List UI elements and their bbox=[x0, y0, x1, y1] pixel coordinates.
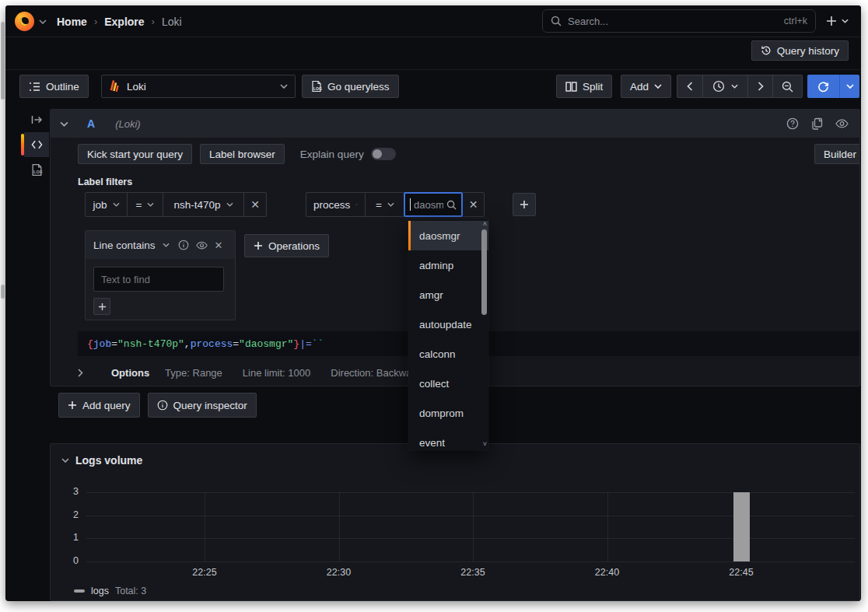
svg-text:LOG: LOG bbox=[313, 86, 322, 91]
operations-label: Operations bbox=[268, 240, 320, 252]
add-label-filter-button[interactable] bbox=[513, 193, 536, 216]
query-inspector-button[interactable]: Query inspector bbox=[148, 393, 257, 418]
add-operations-button[interactable]: Operations bbox=[244, 234, 329, 257]
x-axis-tick-label: 22:35 bbox=[450, 567, 496, 578]
time-forward-button[interactable] bbox=[748, 75, 773, 98]
dropdown-option[interactable]: adminp bbox=[408, 250, 488, 280]
time-range-button[interactable] bbox=[703, 75, 748, 98]
refresh-button[interactable] bbox=[807, 75, 839, 98]
search-shortcut: ctrl+k bbox=[784, 16, 807, 26]
outline-icon bbox=[29, 82, 40, 92]
options-label[interactable]: Options bbox=[111, 367, 149, 379]
dropdown-scrollbar-thumb[interactable] bbox=[481, 229, 487, 315]
split-button[interactable]: Split bbox=[556, 75, 612, 98]
datasource-picker[interactable]: Loki bbox=[101, 75, 296, 98]
go-queryless-button[interactable]: LOG Go queryless bbox=[302, 75, 399, 98]
grafana-window: Home › Explore › Loki Search... ctrl+k bbox=[5, 5, 861, 601]
filter-value-select[interactable]: nsh-t470p bbox=[163, 193, 244, 216]
breadcrumb-loki[interactable]: Loki bbox=[162, 16, 182, 28]
query-token: job bbox=[93, 338, 111, 350]
query-ref-id[interactable]: A bbox=[87, 117, 95, 130]
search-icon bbox=[446, 200, 457, 210]
query-row-header[interactable]: A (Loki) bbox=[51, 110, 859, 138]
remove-operation-icon[interactable]: ✕ bbox=[215, 240, 223, 251]
refresh-interval-dropdown[interactable] bbox=[839, 75, 859, 98]
loki-logo-icon bbox=[109, 80, 121, 93]
rail-item-logs[interactable]: LOG bbox=[24, 157, 49, 182]
filter-operator-select[interactable]: = bbox=[366, 193, 404, 216]
chevron-down-icon[interactable] bbox=[163, 243, 170, 247]
dropdown-option[interactable]: domprom bbox=[408, 398, 488, 428]
remove-filter-button[interactable]: ✕ bbox=[244, 193, 266, 216]
chevron-right-icon[interactable] bbox=[78, 369, 83, 377]
logs-volume-bar[interactable] bbox=[733, 492, 750, 561]
rail-item-query-editor[interactable] bbox=[24, 132, 49, 157]
filter-label-select[interactable]: job bbox=[86, 193, 128, 216]
dropdown-option[interactable]: amgr bbox=[408, 280, 488, 309]
dropdown-option[interactable]: calconn bbox=[408, 339, 488, 369]
query-token: , bbox=[184, 338, 191, 350]
help-icon[interactable] bbox=[786, 117, 799, 130]
outline-label: Outline bbox=[46, 81, 79, 93]
logs-volume-panel: Logs volume 012322:2522:3022:3522:4022:4… bbox=[50, 443, 860, 601]
grafana-logo[interactable] bbox=[15, 12, 34, 31]
explore-left-rail: LOG bbox=[24, 107, 49, 182]
breadcrumb-explore[interactable]: Explore bbox=[104, 16, 144, 28]
chevron-down-icon bbox=[280, 84, 288, 89]
query-inspector-label: Query inspector bbox=[173, 400, 247, 411]
dropdown-option[interactable]: autoupdate bbox=[408, 309, 488, 339]
options-direction: Direction: Backward bbox=[331, 367, 421, 379]
dropdown-option[interactable]: event bbox=[408, 428, 488, 450]
line-contains-input[interactable]: Text to find bbox=[93, 267, 224, 292]
text-cursor bbox=[410, 198, 411, 211]
outline-button[interactable]: Outline bbox=[19, 75, 89, 98]
dropdown-option[interactable]: collect bbox=[408, 369, 488, 398]
info-icon[interactable] bbox=[178, 240, 189, 250]
scroll-down-arrow[interactable]: ˅ bbox=[483, 441, 487, 448]
add-button[interactable]: Add bbox=[621, 75, 671, 98]
duplicate-query-icon[interactable] bbox=[811, 117, 823, 130]
builder-mode-button[interactable]: Builder bbox=[814, 144, 860, 164]
filter-operator-value: = bbox=[136, 199, 142, 211]
options-line-limit: Line limit: 1000 bbox=[243, 367, 310, 379]
time-back-button[interactable] bbox=[677, 75, 703, 98]
search-input[interactable]: Search... ctrl+k bbox=[542, 9, 816, 33]
legend-series-name[interactable]: logs bbox=[91, 586, 109, 596]
add-value-button[interactable] bbox=[93, 298, 110, 315]
collapse-panel-button[interactable] bbox=[24, 107, 49, 132]
query-token: "nsh-t470p" bbox=[117, 338, 184, 350]
label-browser-button[interactable]: Label browser bbox=[200, 144, 285, 164]
hide-query-eye-icon[interactable] bbox=[835, 119, 849, 128]
query-token: { bbox=[87, 338, 93, 350]
x-axis-tick-label: 22:45 bbox=[718, 567, 765, 578]
remove-filter-button[interactable]: ✕ bbox=[463, 192, 485, 217]
outer-scrollbar-thumb[interactable] bbox=[1, 22, 5, 100]
add-query-button[interactable]: Add query bbox=[58, 393, 140, 418]
dropdown-option[interactable]: daosmgr bbox=[408, 221, 488, 250]
scroll-up-arrow[interactable]: ˄ bbox=[483, 221, 487, 228]
chevron-down-icon bbox=[842, 19, 849, 23]
filter-operator-select[interactable]: = bbox=[128, 193, 163, 216]
outer-scrollbar-thumb[interactable] bbox=[1, 285, 5, 299]
gridline-vertical bbox=[205, 492, 205, 561]
operation-card-line-contains: Line contains ✕ Text to find bbox=[85, 230, 236, 320]
org-switcher-chevron-icon[interactable] bbox=[39, 19, 47, 24]
kick-start-query-button[interactable]: Kick start your query bbox=[78, 144, 192, 164]
options-type: Type: Range bbox=[165, 367, 222, 379]
filter-value-input[interactable]: daosmgr bbox=[404, 192, 463, 217]
gridline-vertical bbox=[607, 492, 608, 561]
zoom-out-button[interactable] bbox=[773, 75, 803, 98]
explain-query-label: Explain query bbox=[300, 149, 364, 160]
filter-label-select[interactable]: process bbox=[306, 193, 366, 216]
new-button[interactable] bbox=[821, 11, 853, 31]
operation-name[interactable]: Line contains bbox=[93, 240, 156, 251]
filter-label-value: job bbox=[93, 199, 107, 211]
eye-icon[interactable] bbox=[196, 241, 208, 250]
query-history-button[interactable]: Query history bbox=[751, 40, 849, 61]
breadcrumb-home[interactable]: Home bbox=[57, 16, 87, 28]
explain-query-toggle[interactable] bbox=[371, 148, 396, 160]
chevron-down-icon[interactable] bbox=[60, 121, 68, 127]
label-filters-title: Label filters bbox=[78, 177, 132, 187]
dropdown-options-list: daosmgradminpamgrautoupdatecalconncollec… bbox=[408, 221, 488, 450]
info-circle-icon bbox=[157, 400, 168, 411]
